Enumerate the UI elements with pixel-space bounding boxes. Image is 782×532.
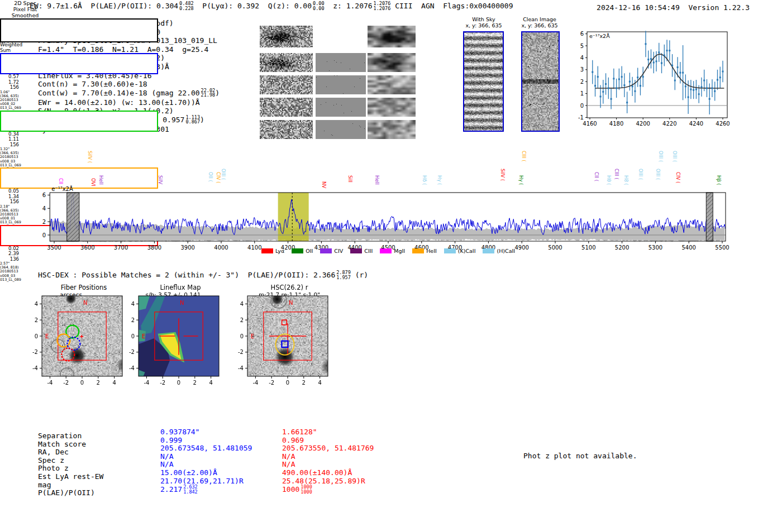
match-row-value: 100010001000 xyxy=(282,485,374,495)
emission-line-label: SiIV ( xyxy=(87,151,92,174)
svg-text:-1: -1 xyxy=(578,114,584,121)
with-sky-image-frame xyxy=(463,31,504,132)
match-row-label: Photo z xyxy=(38,464,103,473)
spec2d-fiber-row xyxy=(0,53,158,74)
emission-line-label: SiIV xyxy=(158,175,163,191)
match-row-value: 15.00(±2.00)Å xyxy=(160,469,252,477)
match-table-candidate2: 1.66128"0.969205.673550, 51.481769N/AN/A… xyxy=(282,428,374,495)
svg-text:0: 0 xyxy=(240,333,244,339)
svg-text:4220: 4220 xyxy=(662,121,676,127)
svg-text:0: 0 xyxy=(177,380,180,386)
svg-text:4: 4 xyxy=(42,205,46,212)
emission-line-label: Hγ ( xyxy=(437,175,442,191)
svg-text:N: N xyxy=(289,300,293,306)
image-cutout xyxy=(316,98,366,117)
image-cutout xyxy=(368,75,416,94)
svg-text:2: 2 xyxy=(193,380,197,386)
emission-line-label: OIII ( xyxy=(658,151,663,174)
svg-text:4180: 4180 xyxy=(609,121,623,127)
svg-text:0: 0 xyxy=(80,380,84,386)
match-row-value: 2.2172.6321.842 xyxy=(160,485,252,495)
svg-text:1: 1 xyxy=(580,90,584,97)
svg-text:-2: -2 xyxy=(129,349,135,355)
match-row-value: 0.937874" xyxy=(160,428,252,437)
stacked-uncertainty: 0.000.00 xyxy=(313,1,324,11)
svg-text:4260: 4260 xyxy=(716,121,729,127)
text-segment: (r) xyxy=(351,271,368,279)
svg-text:0: 0 xyxy=(35,333,38,339)
with-sky-title: With Skyx, y: 366, 635 xyxy=(460,16,507,28)
svg-text:6: 6 xyxy=(42,192,46,198)
legend-swatch xyxy=(444,248,456,253)
image-cutout xyxy=(368,53,416,72)
image-cutout xyxy=(260,120,313,139)
legend-swatch xyxy=(380,248,392,253)
emission-line-label: Hβ ( xyxy=(716,175,721,191)
svg-text:-2: -2 xyxy=(238,349,244,355)
image-cutout xyxy=(368,120,416,139)
match-row-value: 1.66128" xyxy=(282,428,374,437)
svg-text:4: 4 xyxy=(35,301,38,307)
match-row-value: 490.00(±140.00)Å xyxy=(282,469,374,477)
emission-line-label: HeII xyxy=(98,175,103,191)
fiber-row-weights: 0.571.72156 xyxy=(0,74,19,90)
image-cutout xyxy=(316,75,366,94)
stacked-uncertainty: 1.20761.2076 xyxy=(374,1,391,11)
legend-item: CIII xyxy=(350,248,373,254)
emission-line-label: OVI xyxy=(90,178,96,191)
svg-text:-2: -2 xyxy=(160,380,165,386)
image-cutout xyxy=(316,53,366,72)
fiber-row-id: 1.06"(366, 635)20180513v008_02013_LL_069 xyxy=(0,90,31,111)
weighted-sum-row xyxy=(0,18,158,42)
text-segment: HSC-DEX : Possible Matches = 2 (within +… xyxy=(38,271,335,279)
match-row-value: 205.673550, 51.481769 xyxy=(282,444,374,453)
text-segment: P(Lyα): 0.392 Q(z): 0.00 xyxy=(194,2,312,10)
svg-text:4160: 4160 xyxy=(583,121,597,127)
emission-line-label: NV xyxy=(321,181,326,191)
svg-text:0: 0 xyxy=(580,103,584,109)
legend-item: HeII xyxy=(412,248,437,254)
legend-item: OII xyxy=(292,248,313,254)
svg-text:4200: 4200 xyxy=(636,121,650,127)
image-cutout xyxy=(368,26,416,47)
image-cutout xyxy=(368,98,416,117)
svg-text:4: 4 xyxy=(209,380,212,386)
spec2d-fiber-row xyxy=(0,111,158,132)
svg-text:2: 2 xyxy=(240,317,244,323)
image-cutout xyxy=(522,32,559,131)
match-row-label: Match score xyxy=(38,440,103,449)
legend-item: (K)CaII xyxy=(444,248,476,254)
match-row-value: N/A xyxy=(282,461,374,469)
emission-line-label: SiIV ( xyxy=(500,169,505,191)
emission-line-label: CIII ( xyxy=(521,151,526,174)
emission-line-label: CIV ( xyxy=(675,172,680,191)
elixer-report-page: EW: 9.7±1.6Å P(LAE)/P(OII): 0.3040.4820.… xyxy=(0,0,782,532)
match-table-candidate1: 0.937874"0.999205.673548, 51.481059N/AN/… xyxy=(160,428,252,495)
match-row-value: 21.70(21.69,21.71)R xyxy=(160,477,252,486)
spec2d-col-header: Pixel Flat xyxy=(0,6,50,12)
fiber-row-weights: 0.022.39136 xyxy=(0,246,19,262)
line-fit-inset-chart: -10123456416041804200422042404260e⁻¹⁷x2Å xyxy=(578,28,746,134)
svg-text:E: E xyxy=(45,333,49,339)
image-cutout xyxy=(316,120,366,139)
clean-image-title: Clean Imagex, y: 366, 635 xyxy=(516,16,563,28)
svg-text:N: N xyxy=(180,300,184,306)
image-cutout xyxy=(260,26,313,47)
emission-line-label: Hδ ( xyxy=(422,175,427,191)
legend-swatch xyxy=(261,248,273,253)
hsc-dex-match-summary: HSC-DEX : Possible Matches = 2 (within +… xyxy=(38,271,368,280)
fiber-row-weights: 0.051.34156 xyxy=(0,189,19,205)
svg-text:-4: -4 xyxy=(47,380,53,386)
weighted-sum-label: Weighted Sum xyxy=(0,42,29,53)
text-segment: CIII AGN Flags:0x00400009 xyxy=(390,2,513,10)
svg-text:0: 0 xyxy=(131,333,135,339)
match-row-value: 205.673548, 51.481059 xyxy=(160,444,252,453)
image-cutout xyxy=(260,75,313,94)
legend-item: Lyα xyxy=(261,248,284,254)
emission-line-label: H8 ( xyxy=(623,175,628,191)
emission-line-label: OIII ( xyxy=(672,151,677,174)
svg-text:4: 4 xyxy=(318,380,321,386)
emission-line-label: CII xyxy=(58,178,63,191)
stacked-uncertainty: 0.4820.228 xyxy=(179,1,194,11)
match-row-label: mag xyxy=(38,481,103,490)
